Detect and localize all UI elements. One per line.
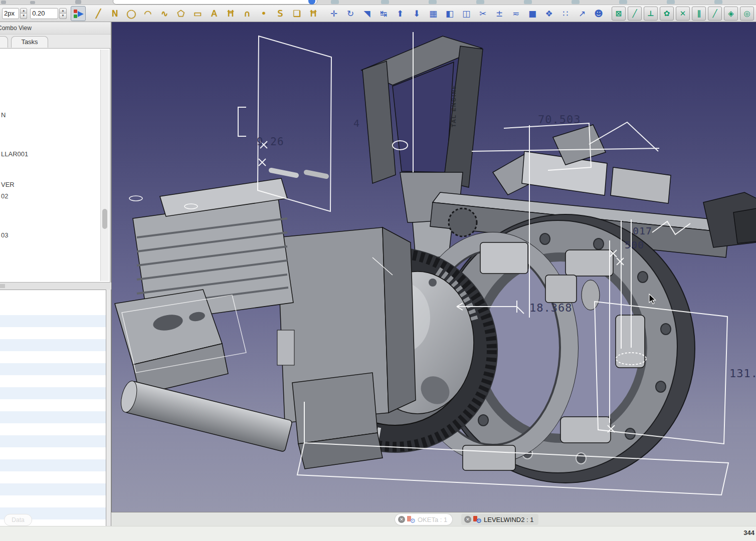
toolbar-fragment: [75, 0, 81, 4]
dimension-label: 70.503: [538, 113, 581, 126]
draft-shapestring-icon[interactable]: S: [274, 7, 287, 20]
stepper-up-icon[interactable]: ▲: [59, 8, 66, 14]
3d-model: [112, 22, 756, 512]
draft-join-icon[interactable]: ≂: [509, 7, 522, 20]
data-button[interactable]: Data: [4, 514, 32, 526]
draft-construction-icon[interactable]: ■: [526, 7, 539, 20]
draft-rotate-icon[interactable]: ↻: [344, 7, 357, 20]
status-coordinates: 344: [743, 529, 754, 536]
draft-upgrade-icon[interactable]: ⬆: [394, 7, 407, 20]
draft-dimension-icon[interactable]: Ħ: [224, 7, 237, 20]
toolbar-fragment: [619, 0, 627, 4]
constraint-distance-2-icon[interactable]: ╱: [708, 7, 722, 21]
constraint-lock-icon[interactable]: ⊠: [612, 7, 626, 21]
address-field-partial[interactable]: [113, 0, 317, 5]
draft-facebinder-icon[interactable]: ❏: [290, 7, 303, 20]
draft-array-icon[interactable]: ∷: [559, 7, 572, 20]
dimension-label: 131.: [729, 367, 756, 380]
panel-splitter[interactable]: [0, 283, 111, 290]
stepper-down-icon[interactable]: ▼: [59, 14, 66, 19]
scale-stepper[interactable]: ▲ ▼: [59, 8, 66, 19]
line-width-stepper[interactable]: ▲ ▼: [20, 8, 27, 19]
tree-scrollbar[interactable]: [100, 50, 109, 281]
constraint-concentric-icon[interactable]: ◎: [740, 7, 754, 21]
draft-label-icon[interactable]: Ħ: [307, 7, 320, 20]
draft-text-icon[interactable]: A: [208, 7, 221, 20]
draft-point-icon[interactable]: •: [257, 7, 270, 20]
draft-line-icon[interactable]: ╱: [92, 7, 105, 20]
mouse-cursor: [649, 294, 657, 307]
task-list-rows: [0, 315, 106, 529]
draft-move-icon[interactable]: ✛: [327, 7, 340, 20]
draft-downgrade-icon[interactable]: ⬇: [410, 7, 423, 20]
stepper-down-icon[interactable]: ▼: [20, 14, 27, 19]
tree-scrollbar-thumb[interactable]: [102, 209, 107, 229]
draft-circle-icon[interactable]: ◯: [125, 7, 138, 20]
toolbar-fragment: [572, 0, 580, 4]
draft-scale-icon[interactable]: ▦: [427, 7, 440, 20]
3d-viewport[interactable]: TAL ENGINE 9.26470.50301750018.368131.: [111, 22, 756, 512]
draft-arc-icon[interactable]: ◠: [141, 7, 154, 20]
embossed-handle-text: TAL ENGINE: [451, 42, 460, 127]
toolbar-fragment: [476, 0, 484, 4]
toolbar-fragment: [331, 0, 339, 4]
tree-item[interactable]: VER: [1, 181, 15, 188]
constraint-parallel-icon[interactable]: ∥: [692, 7, 706, 21]
dimension-label: 4: [353, 117, 360, 129]
toolbar-fragment: [714, 0, 722, 4]
toolbar-fragment: [524, 0, 532, 4]
constraint-perpendicular-icon[interactable]: ⊥: [644, 7, 658, 21]
draft-split-icon[interactable]: ✂: [476, 7, 489, 20]
draft-edit-icon[interactable]: ◧: [443, 7, 456, 20]
toolbar-fragment: [381, 0, 389, 4]
stepper-up-icon[interactable]: ▲: [20, 8, 27, 14]
tree-item[interactable]: N: [1, 111, 6, 119]
draft-polygon-icon[interactable]: ⬠: [174, 7, 187, 20]
panel-tab-row: Tasks: [0, 35, 111, 47]
clipped-toolbar-strip: [0, 0, 756, 5]
draft-trimex-icon[interactable]: ↹: [377, 7, 390, 20]
draft-toolbar: ▲ ▼ ▲ ▼ ╱N◯◠∿⬠▭AĦ∩•S❏Ħ ✛↻◥↹⬆⬇▦◧◫✂±≂■❖∷↗☻…: [0, 5, 756, 22]
tab-tasks[interactable]: Tasks: [11, 36, 48, 48]
working-plane-icon[interactable]: [71, 6, 86, 21]
dimension-label: 18.368: [529, 302, 572, 314]
panel-title: Combo View: [0, 22, 111, 35]
toolbar-fragment: [429, 0, 437, 4]
constraint-distance-icon[interactable]: ╱: [628, 7, 642, 21]
constraint-symmetric-icon[interactable]: ◈: [724, 7, 738, 21]
tree-item[interactable]: 02: [1, 192, 8, 200]
tree-item[interactable]: 03: [1, 231, 8, 239]
toolbar-fragment: [1, 1, 6, 4]
draft-stretch-icon[interactable]: ±: [493, 7, 506, 20]
draft-mirror-icon[interactable]: ☻: [592, 7, 605, 20]
document-tab-strip: ✕ ⚙ OKETa : 1 ✕ ⚙ LEVELWIND2 : 1: [111, 512, 756, 526]
combo-view-panel: Combo View Tasks NLLAR001VER0203 Data: [0, 22, 111, 526]
tab-model-partial[interactable]: [0, 36, 8, 48]
close-icon[interactable]: ✕: [464, 516, 471, 523]
draft-clone-icon[interactable]: ❖: [542, 7, 555, 20]
toolbar-fragment: [30, 1, 35, 4]
splitter-grip[interactable]: [0, 284, 5, 288]
constraint-cross-icon[interactable]: ✕: [676, 7, 690, 21]
dimension-label: 9.26: [257, 136, 284, 148]
draft-patharray-icon[interactable]: ↗: [576, 7, 589, 20]
dimension-label: 500: [625, 239, 644, 251]
constraint-block-icon[interactable]: ✿: [660, 7, 674, 21]
draft-offset-icon[interactable]: ◥: [360, 7, 373, 20]
tasks-tree-area[interactable]: NLLAR001VER0203: [0, 48, 110, 283]
draft-fillet-icon[interactable]: ∩: [241, 7, 254, 20]
toolbar-fragment: [667, 0, 675, 4]
close-icon[interactable]: ✕: [398, 516, 405, 523]
document-tab-active[interactable]: ✕ ⚙ LEVELWIND2 : 1: [461, 514, 538, 525]
status-bar: 344: [0, 526, 756, 541]
draft-wire-icon[interactable]: N: [108, 7, 121, 20]
line-width-input[interactable]: [2, 8, 19, 19]
draft-rectangle-icon[interactable]: ▭: [191, 7, 204, 20]
scale-input[interactable]: [30, 8, 58, 19]
tree-item[interactable]: LLAR001: [1, 150, 28, 158]
document-tab-inactive[interactable]: ✕ ⚙ OKETa : 1: [395, 514, 452, 525]
task-list-panel[interactable]: [0, 290, 106, 531]
draft-shape2dview-icon[interactable]: ◫: [460, 7, 473, 20]
draft-bspline-icon[interactable]: ∿: [158, 7, 171, 20]
freecad-window: ▲ ▼ ▲ ▼ ╱N◯◠∿⬠▭AĦ∩•S❏Ħ ✛↻◥↹⬆⬇▦◧◫✂±≂■❖∷↗☻…: [0, 0, 756, 541]
